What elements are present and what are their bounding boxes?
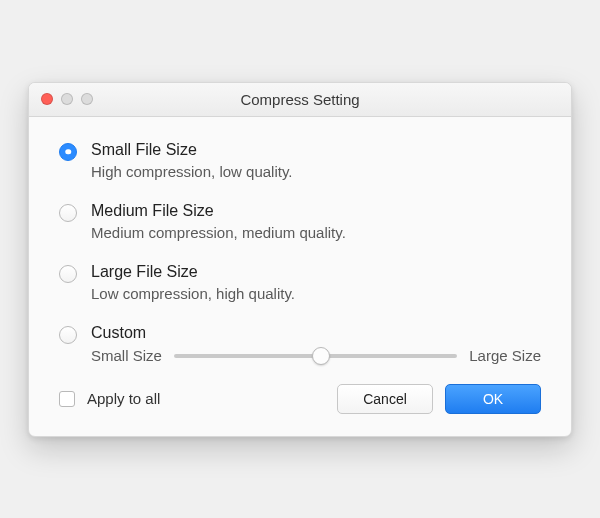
dialog-content: Small File Size High compression, low qu… xyxy=(29,117,571,436)
option-custom[interactable]: Custom Small Size Large Size xyxy=(59,324,541,366)
titlebar: Compress Setting xyxy=(29,83,571,117)
option-large[interactable]: Large File Size Low compression, high qu… xyxy=(59,263,541,302)
option-custom-label: Custom xyxy=(91,324,541,342)
option-small-body: Small File Size High compression, low qu… xyxy=(91,141,541,180)
radio-custom[interactable] xyxy=(59,326,77,344)
option-medium-body: Medium File Size Medium compression, med… xyxy=(91,202,541,241)
minimize-icon[interactable] xyxy=(61,93,73,105)
radio-large[interactable] xyxy=(59,265,77,283)
radio-small[interactable] xyxy=(59,143,77,161)
apply-all-label: Apply to all xyxy=(87,390,325,407)
slider-left-label: Small Size xyxy=(91,347,162,364)
radio-medium[interactable] xyxy=(59,204,77,222)
compress-settings-window: Compress Setting Small File Size High co… xyxy=(28,82,572,437)
zoom-icon[interactable] xyxy=(81,93,93,105)
option-large-desc: Low compression, high quality. xyxy=(91,285,541,302)
option-large-body: Large File Size Low compression, high qu… xyxy=(91,263,541,302)
close-icon[interactable] xyxy=(41,93,53,105)
traffic-lights xyxy=(29,93,93,105)
option-medium-desc: Medium compression, medium quality. xyxy=(91,224,541,241)
apply-all-checkbox[interactable] xyxy=(59,391,75,407)
ok-button-label: OK xyxy=(483,391,503,407)
custom-size-slider[interactable] xyxy=(174,346,457,366)
dialog-footer: Apply to all Cancel OK xyxy=(59,384,541,414)
ok-button[interactable]: OK xyxy=(445,384,541,414)
slider-right-label: Large Size xyxy=(469,347,541,364)
option-medium[interactable]: Medium File Size Medium compression, med… xyxy=(59,202,541,241)
option-small[interactable]: Small File Size High compression, low qu… xyxy=(59,141,541,180)
option-medium-label: Medium File Size xyxy=(91,202,541,220)
option-small-desc: High compression, low quality. xyxy=(91,163,541,180)
custom-slider-row: Small Size Large Size xyxy=(91,346,541,366)
option-small-label: Small File Size xyxy=(91,141,541,159)
slider-thumb-icon[interactable] xyxy=(312,347,330,365)
cancel-button[interactable]: Cancel xyxy=(337,384,433,414)
cancel-button-label: Cancel xyxy=(363,391,407,407)
window-title: Compress Setting xyxy=(29,91,571,108)
option-large-label: Large File Size xyxy=(91,263,541,281)
option-custom-body: Custom Small Size Large Size xyxy=(91,324,541,366)
